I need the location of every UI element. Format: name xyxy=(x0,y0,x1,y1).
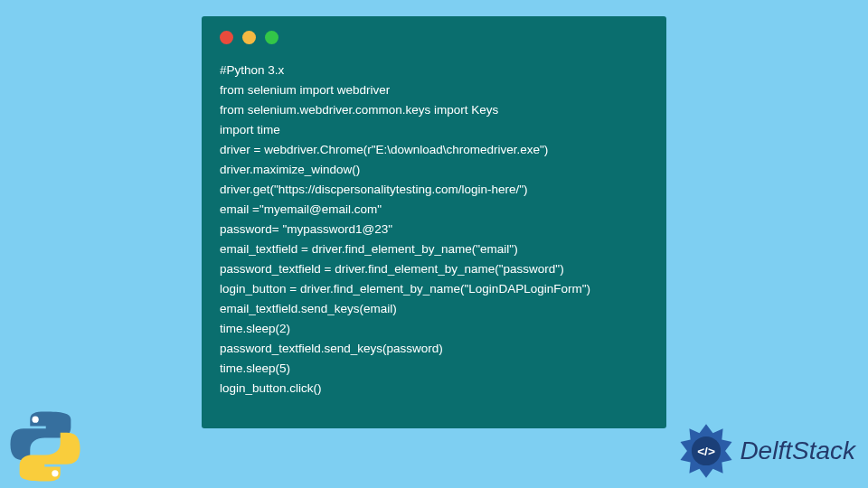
window-dots xyxy=(220,31,648,44)
code-block: #Python 3.x from selenium import webdriv… xyxy=(220,61,648,399)
brand: </> DelftStack xyxy=(678,423,855,479)
close-icon xyxy=(220,31,233,44)
brand-badge-icon: </> xyxy=(678,423,734,479)
svg-text:</>: </> xyxy=(698,445,716,458)
minimize-icon xyxy=(242,31,256,44)
maximize-icon xyxy=(265,31,278,44)
svg-point-1 xyxy=(52,470,58,476)
brand-text: DelftStack xyxy=(740,436,855,465)
code-window: #Python 3.x from selenium import webdriv… xyxy=(202,16,666,428)
svg-point-0 xyxy=(32,417,38,423)
python-logo-icon xyxy=(9,410,81,483)
